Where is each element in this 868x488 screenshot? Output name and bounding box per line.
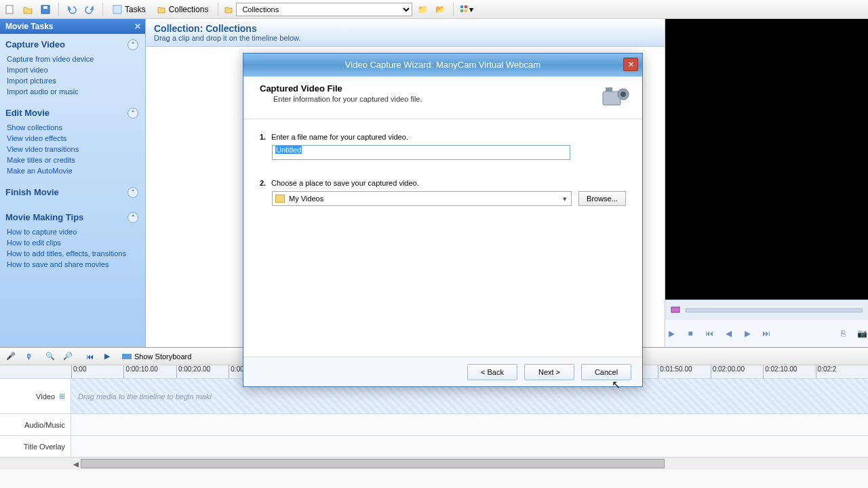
link-video-effects[interactable]: View video effects [7, 133, 145, 144]
new-project-icon[interactable] [3, 2, 18, 17]
dialog-head-sub: Enter information for your captured vide… [260, 94, 422, 103]
link-import-video[interactable]: Import video [7, 64, 145, 75]
new-folder-icon[interactable]: 📂 [433, 2, 448, 17]
collection-hint: Drag a clip and drop it on the timeline … [154, 34, 656, 42]
view-options-icon[interactable]: ▾ [459, 2, 474, 17]
camcorder-icon [599, 83, 631, 110]
open-icon[interactable] [20, 2, 35, 17]
step2-number: 2. [260, 179, 269, 187]
link-how-save[interactable]: How to save and share movies [7, 259, 145, 270]
link-capture-device[interactable]: Capture from video device [7, 54, 145, 64]
audio-levels-icon[interactable]: 🎤 [4, 350, 18, 363]
link-import-pictures[interactable]: Import pictures [7, 75, 145, 86]
main-toolbar: Tasks Collections Collections 📁 📂 ▾ [0, 0, 868, 19]
step-back-icon[interactable]: ◀ [722, 327, 734, 340]
next-icon[interactable]: ⏭ [760, 327, 772, 340]
preview-video [665, 19, 868, 300]
zoom-out-icon[interactable]: 🔎 [61, 350, 75, 363]
collections-button[interactable]: Collections [153, 3, 213, 16]
svg-rect-8 [671, 307, 679, 312]
sidebar-close-icon[interactable]: ✕ [134, 22, 141, 31]
dialog-head-title: Captured Video File [260, 83, 422, 94]
rewind-icon[interactable]: ⏮ [83, 350, 96, 363]
link-video-transitions[interactable]: View video transitions [7, 144, 145, 155]
chevron-up-icon[interactable]: ˄ [127, 39, 138, 50]
link-how-capture[interactable]: How to capture video [7, 226, 145, 237]
save-icon[interactable] [38, 2, 53, 17]
section-edit-movie: Edit Movie˄ Show collections View video … [0, 102, 145, 182]
folder-icon [224, 5, 233, 14]
section-capture-video: Capture Video˄ Capture from video device… [0, 34, 145, 102]
timeline-scrollbar[interactable]: ◂ [0, 458, 868, 470]
step1-number: 1. [260, 133, 269, 141]
monitor-icon [671, 306, 680, 315]
link-titles-credits[interactable]: Make titles or credits [7, 155, 145, 165]
undo-icon[interactable] [64, 2, 79, 17]
dialog-close-button[interactable]: ✕ [623, 58, 638, 71]
snapshot-icon[interactable]: 📷 [856, 327, 868, 340]
narrate-icon[interactable]: 🎙 [22, 350, 35, 363]
svg-rect-2 [43, 6, 47, 9]
chevron-up-icon[interactable]: ˄ [127, 108, 138, 119]
chevron-up-icon[interactable]: ˄ [127, 212, 138, 223]
collections-label: Collections [169, 5, 209, 14]
svg-rect-13 [606, 87, 612, 92]
show-storyboard-button[interactable]: Show Storyboard [122, 352, 191, 361]
svg-rect-6 [460, 9, 463, 12]
video-capture-wizard-dialog: Video Capture Wizard: ManyCam Virtual We… [243, 53, 643, 387]
tasks-sidebar: Movie Tasks ✕ Capture Video˄ Capture fro… [0, 19, 146, 347]
up-folder-icon[interactable]: 📁 [415, 2, 430, 17]
browse-button[interactable]: Browse... [578, 191, 626, 206]
stop-icon[interactable]: ■ [684, 327, 696, 340]
collection-header: Collection: Collections Drag a clip and … [146, 19, 665, 47]
link-how-edit[interactable]: How to edit clips [7, 237, 145, 248]
collection-title: Collection: Collections [154, 23, 656, 34]
folder-icon [275, 195, 285, 203]
step1-label: Enter a file name for your captured vide… [271, 133, 408, 141]
svg-rect-7 [465, 9, 467, 12]
dialog-header: Captured Video File Enter information fo… [243, 77, 642, 119]
chevron-down-icon[interactable]: ˅ [127, 187, 138, 198]
tasks-label: Tasks [125, 5, 146, 14]
cancel-button[interactable]: Cancel [581, 364, 631, 380]
dialog-footer: < Back Next > Cancel [243, 357, 642, 386]
sidebar-header: Movie Tasks ✕ [0, 19, 145, 34]
link-automovie[interactable]: Make an AutoMovie [7, 165, 145, 176]
split-icon[interactable]: ⎘ [837, 327, 849, 340]
section-finish-movie: Finish Movie˅ [0, 182, 145, 207]
back-button[interactable]: < Back [467, 364, 517, 380]
link-show-collections[interactable]: Show collections [7, 122, 145, 133]
filename-input[interactable]: Untitled [272, 145, 570, 160]
step-fwd-icon[interactable]: ▶ [741, 327, 753, 340]
play-icon[interactable]: ▶ [665, 327, 677, 340]
section-movie-tips: Movie Making Tips˄ How to capture video … [0, 207, 145, 275]
link-how-titles[interactable]: How to add titles, effects, transitions [7, 248, 145, 259]
preview-controls: ▶ ■ ⏮ ◀ ▶ ⏭ ⎘ 📷 [665, 320, 868, 347]
svg-rect-4 [460, 5, 463, 8]
zoom-in-icon[interactable]: 🔍 [43, 350, 57, 363]
prev-icon[interactable]: ⏮ [703, 327, 715, 340]
svg-rect-3 [113, 5, 121, 14]
dialog-titlebar[interactable]: Video Capture Wizard: ManyCam Virtual We… [243, 54, 642, 77]
link-import-audio[interactable]: Import audio or music [7, 86, 145, 97]
svg-point-12 [620, 92, 626, 97]
step2-label: Choose a place to save your captured vid… [271, 179, 419, 187]
redo-icon[interactable] [82, 2, 97, 17]
svg-rect-5 [465, 5, 467, 8]
play-timeline-icon[interactable]: ▶ [100, 350, 114, 363]
title-track[interactable]: Title Overlay [0, 436, 868, 458]
svg-rect-9 [122, 354, 132, 359]
preview-pane: ▶ ■ ⏮ ◀ ▶ ⏭ ⎘ 📷 [665, 19, 868, 347]
save-location-combo[interactable]: My Videos [272, 191, 572, 206]
preview-seek-bar[interactable] [665, 300, 868, 320]
tasks-button[interactable]: Tasks [108, 3, 150, 16]
audio-track[interactable]: Audio/Music [0, 414, 868, 436]
collections-combo[interactable]: Collections [236, 3, 412, 16]
dialog-body: 1. Enter a file name for your captured v… [243, 119, 642, 357]
next-button[interactable]: Next > [524, 364, 574, 380]
